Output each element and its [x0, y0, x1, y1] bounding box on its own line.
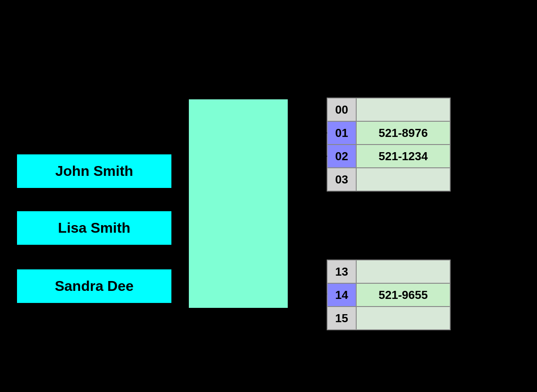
table-bottom-value-1: 521-9655 [356, 283, 450, 307]
svg-line-2 [172, 277, 188, 286]
table-top-row: 01521-8976 [327, 121, 450, 145]
svg-line-0 [172, 161, 188, 171]
table-top-value-2: 521-1234 [356, 145, 450, 168]
svg-line-4 [289, 156, 327, 201]
person-lisa-label: Lisa Smith [58, 220, 131, 236]
table-bottom-value-0 [356, 260, 450, 283]
table-bottom-index-2: 15 [327, 307, 356, 330]
table-bottom-index-0: 13 [327, 260, 356, 283]
table-top: 0001521-897602521-123403 [327, 98, 451, 192]
table-top-value-1: 521-8976 [356, 121, 450, 145]
table-bottom-value-2 [356, 307, 450, 330]
table-bottom: 1314521-965515 [327, 260, 451, 330]
person-sandra: Sandra Dee [16, 268, 172, 304]
person-john: John Smith [16, 153, 172, 189]
table-bottom-row: 15 [327, 307, 450, 330]
table-top-index-0: 00 [327, 98, 356, 121]
table-bottom-row: 13 [327, 260, 450, 283]
svg-line-1 [172, 219, 188, 228]
svg-line-5 [289, 277, 327, 294]
hash-block [188, 98, 289, 309]
table-top-index-1: 01 [327, 121, 356, 145]
person-john-label: John Smith [55, 163, 133, 179]
table-top-index-2: 02 [327, 145, 356, 168]
table-top-value-0 [356, 98, 450, 121]
table-top-row: 00 [327, 98, 450, 121]
table-top-row: 02521-1234 [327, 145, 450, 168]
table-top-index-3: 03 [327, 168, 356, 191]
table-bottom-index-1: 14 [327, 283, 356, 307]
table-top-row: 03 [327, 168, 450, 191]
table-top-value-3 [356, 168, 450, 191]
person-lisa: Lisa Smith [16, 210, 172, 246]
svg-line-3 [289, 132, 327, 175]
table-bottom-row: 14521-9655 [327, 283, 450, 307]
person-sandra-label: Sandra Dee [55, 278, 133, 294]
diagram-container: John Smith Lisa Smith Sandra Dee 0001521… [0, 0, 537, 392]
